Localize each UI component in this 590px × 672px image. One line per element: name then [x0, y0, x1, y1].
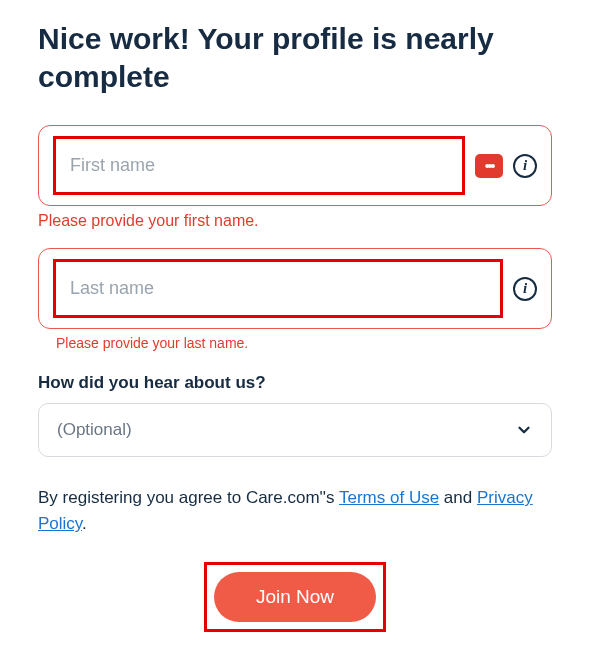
last-name-field-wrapper: i: [38, 248, 552, 329]
last-name-input[interactable]: [66, 268, 490, 309]
hear-about-label: How did you hear about us?: [38, 373, 552, 393]
chevron-down-icon: [515, 421, 533, 439]
password-manager-icon[interactable]: •••: [475, 154, 503, 178]
page-title: Nice work! Your profile is nearly comple…: [38, 20, 552, 95]
join-button-highlight: Join Now: [204, 562, 386, 632]
last-name-error: Please provide your last name.: [56, 335, 552, 351]
first-name-highlight: [53, 136, 465, 195]
info-icon[interactable]: i: [513, 154, 537, 178]
hear-about-select[interactable]: (Optional): [38, 403, 552, 457]
agreement-text: By registering you agree to Care.com''s …: [38, 485, 552, 538]
info-icon[interactable]: i: [513, 277, 537, 301]
first-name-error: Please provide your first name.: [38, 212, 552, 230]
first-name-field-wrapper: ••• i: [38, 125, 552, 206]
first-name-input[interactable]: [66, 145, 452, 186]
join-now-button[interactable]: Join Now: [214, 572, 376, 622]
hear-about-selected: (Optional): [57, 420, 132, 440]
terms-link[interactable]: Terms of Use: [339, 488, 439, 507]
last-name-highlight: [53, 259, 503, 318]
